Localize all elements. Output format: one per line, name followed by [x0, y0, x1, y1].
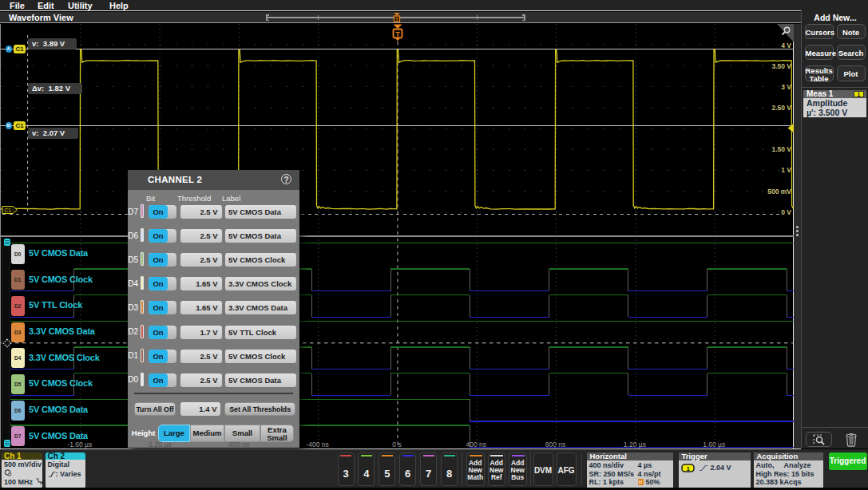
svg-text:T: T: [395, 17, 398, 22]
svg-text:C1: C1: [5, 207, 12, 213]
svg-text:1: 1: [686, 464, 690, 472]
svg-text:T: T: [396, 30, 401, 38]
